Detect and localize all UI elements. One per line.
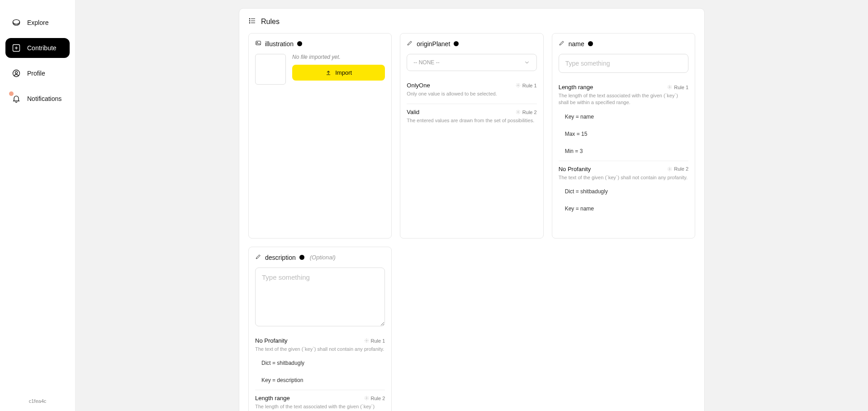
main: Rules illustration No file imported yet. (76, 0, 868, 411)
name-input[interactable] (559, 54, 688, 73)
rule-name: No Profanity (255, 337, 288, 344)
svg-point-9 (249, 20, 250, 21)
rule-block: Valid Rule 2 The entered values are draw… (407, 104, 536, 130)
import-button[interactable]: Import (292, 65, 385, 81)
card-origin-planet: originPlanet -- NONE -- OnlyOne Rule 1 (400, 33, 543, 239)
user-circle-icon (12, 69, 21, 78)
image-icon (255, 40, 261, 48)
gear-icon (667, 85, 672, 90)
optional-label: (Optional) (310, 254, 336, 261)
gear-icon (516, 83, 521, 88)
sidebar-item-label: Notifications (27, 95, 62, 102)
svg-point-18 (366, 398, 367, 399)
svg-point-17 (366, 340, 367, 341)
rule-tag: Rule 2 (516, 110, 537, 115)
rule-param: Dict = shitbadugly (260, 356, 385, 370)
card-title: originPlanet (417, 40, 450, 48)
rule-param: Key = description (260, 373, 385, 387)
card-header: description (Optional) (255, 253, 385, 261)
rule-desc: Only one value is allowed to be selected… (407, 91, 536, 97)
rule-block: OnlyOne Rule 1 Only one value is allowed… (407, 77, 536, 104)
sidebar-item-label: Profile (27, 70, 45, 77)
panel-title: Rules (248, 17, 695, 27)
bell-icon (12, 94, 21, 103)
sidebar-item-contribute[interactable]: Contribute (5, 38, 70, 58)
sidebar-item-explore[interactable]: Explore (5, 13, 70, 33)
card-title: name (569, 40, 584, 48)
svg-point-13 (517, 85, 519, 86)
info-icon[interactable] (297, 41, 302, 46)
card-header: originPlanet (407, 40, 536, 48)
panel-title-text: Rules (261, 18, 280, 26)
gear-icon (364, 338, 369, 343)
gear-icon (667, 167, 672, 172)
edit-icon (407, 40, 413, 48)
card-title: illustration (265, 40, 294, 48)
rule-name: OnlyOne (407, 82, 430, 89)
rule-tag: Rule 1 (516, 83, 537, 88)
rule-block: No Profanity Rule 1 The text of the give… (255, 333, 385, 390)
plus-square-icon (12, 43, 21, 53)
image-placeholder (255, 54, 286, 85)
rule-block: Length range Rule 2 The length of the te… (255, 390, 385, 411)
sidebar-item-profile[interactable]: Profile (5, 63, 70, 83)
card-illustration: illustration No file imported yet. Impor… (248, 33, 392, 239)
svg-point-8 (249, 19, 250, 19)
rule-desc: The text of the given (`key`) shall not … (255, 346, 385, 353)
svg-point-16 (669, 168, 670, 170)
svg-point-4 (15, 72, 18, 74)
rule-param: Dict = shitbadugly (563, 185, 688, 198)
info-icon[interactable] (454, 41, 459, 46)
rule-tag: Rule 1 (364, 338, 385, 344)
sidebar-nav: Explore Contribute Profile Notifications (5, 13, 70, 109)
rule-desc: The entered values are drawn from the se… (407, 117, 536, 124)
edit-icon (559, 40, 565, 48)
card-header: name (559, 40, 688, 48)
rules-panel: Rules illustration No file imported yet. (239, 8, 705, 411)
no-file-label: No file imported yet. (292, 54, 385, 60)
card-header: illustration (255, 40, 385, 48)
notification-dot-icon (9, 91, 14, 96)
rule-name: Valid (407, 109, 419, 115)
rule-desc: The length of the text associated with t… (559, 92, 688, 106)
svg-point-14 (517, 112, 519, 113)
rule-tag: Rule 2 (667, 166, 688, 172)
sidebar-item-label: Explore (27, 19, 48, 26)
rule-name: Length range (255, 395, 290, 401)
version-label: c1fea4c (5, 398, 70, 406)
origin-planet-select[interactable]: -- NONE -- (407, 54, 536, 71)
rule-param: Key = name (563, 110, 688, 124)
rule-param: Key = name (563, 202, 688, 215)
info-icon[interactable] (588, 41, 593, 46)
import-button-label: Import (335, 69, 352, 76)
sidebar-item-label: Contribute (27, 44, 57, 52)
gear-icon (364, 396, 369, 401)
sidebar-item-notifications[interactable]: Notifications (5, 89, 70, 109)
card-description: description (Optional) No Profanity Rule… (248, 247, 392, 411)
rule-param: Max = 15 (563, 127, 688, 141)
rule-block: No Profanity Rule 2 The text of the give… (559, 161, 688, 218)
svg-point-15 (669, 86, 670, 88)
rule-name: No Profanity (559, 166, 591, 172)
illustration-body: No file imported yet. Import (255, 54, 385, 85)
rule-block: Length range Rule 1 The length of the te… (559, 79, 688, 161)
edit-icon (255, 253, 261, 261)
svg-point-10 (249, 23, 250, 24)
info-icon[interactable] (299, 255, 304, 260)
gear-icon (516, 110, 521, 115)
sidebar: Explore Contribute Profile Notifications… (0, 0, 76, 411)
description-textarea[interactable] (255, 268, 385, 326)
rule-param: Min = 3 (563, 144, 688, 158)
rule-desc: The length of the text associated with t… (255, 403, 385, 411)
rule-desc: The text of the given (`key`) shall not … (559, 174, 688, 181)
card-name: name Length range Rule 1 The length of t… (552, 33, 695, 239)
cards-grid: illustration No file imported yet. Impor… (248, 33, 695, 411)
rule-tag: Rule 1 (667, 85, 688, 90)
list-icon (248, 17, 256, 27)
rule-tag: Rule 2 (364, 396, 385, 401)
select-placeholder: -- NONE -- (413, 59, 439, 66)
card-title: description (265, 254, 296, 261)
explore-icon (12, 18, 21, 27)
upload-icon (325, 70, 332, 76)
chevron-down-icon (524, 59, 530, 66)
